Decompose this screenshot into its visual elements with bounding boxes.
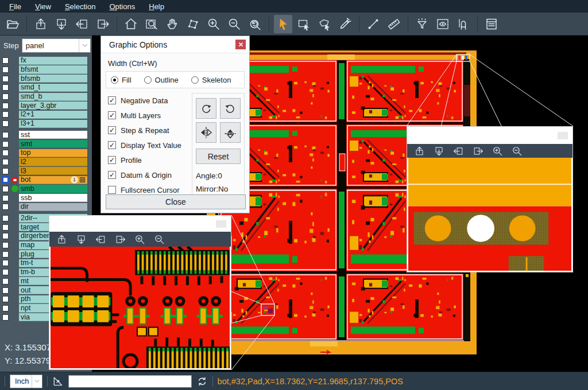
pan-left-icon[interactable] [451, 145, 466, 157]
layer-checkbox[interactable] [0, 76, 10, 82]
select-arrow-icon[interactable] [274, 15, 292, 33]
pan-down-icon[interactable] [74, 233, 88, 245]
magnifier-window-right[interactable] [407, 126, 573, 272]
layer-checkbox[interactable] [0, 67, 10, 73]
menu-item-help[interactable]: Help [142, 1, 171, 12]
layer-row-sst[interactable]: sst [0, 131, 92, 140]
layer-row-top[interactable]: top [0, 149, 92, 158]
mirror-vertical-icon[interactable] [220, 122, 241, 143]
magnifier-window-left[interactable] [49, 215, 231, 370]
dialog-titlebar[interactable]: Graphic Options [101, 36, 249, 53]
radio-outline[interactable]: Outline [144, 76, 179, 84]
layer-checkbox[interactable] [0, 224, 10, 231]
menu-item-options[interactable]: Options [102, 1, 142, 12]
rotate-cw-icon[interactable] [196, 98, 216, 119]
magnifier-right-view[interactable] [407, 158, 572, 272]
layer-name[interactable]: smt [19, 140, 87, 148]
checkbox-display-text-value[interactable]: ✓Display Text Value [108, 138, 192, 153]
layer-row-bot[interactable]: bot1 [0, 176, 92, 185]
zoom-in-icon[interactable] [204, 15, 223, 33]
menu-item-selection[interactable]: Selection [58, 1, 102, 12]
zoom-previous-icon[interactable] [246, 15, 264, 33]
layer-checkbox[interactable] [0, 186, 10, 192]
snap-icon[interactable] [454, 15, 473, 33]
zoom-out-icon[interactable] [225, 15, 243, 33]
layer-name[interactable]: bfsmt [19, 65, 87, 73]
layer-checkbox[interactable] [0, 57, 10, 64]
layer-checkbox[interactable] [0, 260, 10, 266]
select-rectangle-icon[interactable] [295, 15, 313, 33]
layer-checkbox[interactable] [0, 93, 10, 100]
layer-checkbox[interactable] [0, 111, 10, 118]
home-view-icon[interactable] [122, 15, 140, 33]
layer-name[interactable]: ssb [19, 194, 87, 202]
layer-checkbox[interactable] [0, 251, 10, 258]
magnifier-left-view[interactable] [49, 247, 231, 369]
zoom-in-icon[interactable] [132, 233, 147, 245]
pan-down-icon[interactable] [52, 15, 71, 33]
layer-checkbox[interactable] [0, 150, 10, 156]
layer-checkbox[interactable] [0, 215, 10, 221]
zoom-out-icon[interactable] [152, 233, 167, 245]
select-polygon-icon[interactable] [315, 15, 334, 33]
radio-fill[interactable]: Fill [111, 76, 131, 84]
pan-hand-icon[interactable] [163, 15, 181, 33]
zoom-out-icon[interactable] [509, 145, 524, 157]
layer-row-ssb[interactable]: ssb [0, 193, 92, 202]
menu-item-view[interactable]: View [28, 1, 58, 12]
filter-icon[interactable] [413, 15, 431, 33]
layer-checkbox[interactable] [0, 305, 10, 311]
close-icon[interactable] [235, 40, 246, 49]
display-options-icon[interactable] [434, 15, 452, 33]
magnifier-right-titlebar[interactable] [407, 127, 572, 144]
layer-checkbox[interactable] [0, 269, 10, 275]
layer-name[interactable]: bfsmb [19, 75, 87, 83]
refresh-icon[interactable] [196, 376, 208, 387]
layer-row-smt[interactable]: smt [0, 139, 92, 149]
pan-right-icon[interactable] [470, 145, 485, 157]
radio-skeleton[interactable]: Skeleton [191, 76, 231, 84]
layer-checkbox[interactable] [0, 141, 10, 147]
pan-up-icon[interactable] [32, 15, 50, 33]
layer-row-smd_t[interactable]: smd_t [0, 83, 92, 92]
layer-name[interactable]: l2 [19, 158, 87, 166]
layer-checkbox[interactable] [0, 314, 10, 321]
layer-row-dir[interactable]: dir [0, 202, 92, 212]
layer-checkbox[interactable] [0, 287, 10, 294]
layer-name[interactable]: dir [19, 203, 87, 211]
window-button[interactable] [216, 220, 226, 228]
command-input[interactable] [68, 375, 192, 388]
layer-row-bfsmb[interactable]: bfsmb [0, 74, 92, 83]
layer-row-l3[interactable]: l3 [0, 166, 92, 176]
reset-button[interactable]: Reset [196, 149, 241, 164]
layer-checkbox[interactable] [0, 278, 10, 284]
layer-checkbox[interactable] [0, 84, 10, 91]
layer-checkbox[interactable] [0, 233, 10, 239]
layer-row-l3+1[interactable]: l3+1 [0, 119, 92, 128]
pan-right-icon[interactable] [113, 233, 127, 245]
layer-checkbox[interactable] [0, 159, 10, 165]
mirror-horizontal-icon[interactable] [196, 122, 216, 143]
pan-right-icon[interactable] [94, 15, 112, 33]
checkbox-negative-data[interactable]: ✓Negative Data [108, 93, 192, 108]
pan-up-icon[interactable] [412, 145, 427, 157]
pan-down-icon[interactable] [431, 145, 446, 157]
layer-checkbox[interactable] [0, 176, 10, 184]
layer-name[interactable]: bot1 [19, 176, 87, 184]
close-button[interactable]: Close [106, 194, 246, 209]
layer-row-fx[interactable]: fx [0, 56, 92, 65]
zoom-window-icon[interactable] [142, 15, 161, 33]
zoom-in-icon[interactable] [490, 145, 505, 157]
layer-checkbox[interactable] [0, 103, 10, 109]
step-combo[interactable]: panel [22, 38, 91, 53]
layer-row-bfsmt[interactable]: bfsmt [0, 65, 92, 75]
checkbox-multi-layers[interactable]: ✓Multi Layers [108, 108, 192, 123]
layer-name[interactable]: l3+1 [19, 120, 87, 128]
measure-distance-icon[interactable] [364, 15, 382, 33]
layer-name[interactable]: sst [19, 131, 87, 139]
window-button[interactable] [558, 132, 568, 139]
layer-checkbox[interactable] [0, 204, 10, 210]
measure-ruler-icon[interactable] [385, 15, 403, 33]
layer-name[interactable]: l3 [19, 167, 87, 175]
layer-checkbox[interactable] [0, 120, 10, 127]
